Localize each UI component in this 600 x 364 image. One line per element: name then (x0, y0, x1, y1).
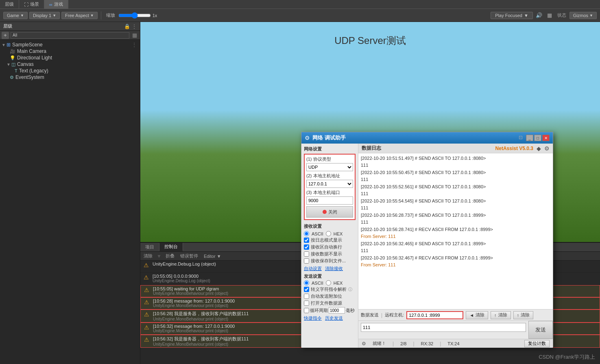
hierarchy-item-canvas[interactable]: ▼ ◫ Canvas (0, 61, 140, 68)
log-data-3: 111 (361, 205, 368, 210)
send-openfile-checkbox[interactable] (304, 301, 309, 306)
net-minimize-button[interactable]: _ (526, 135, 533, 141)
send-loop-value-input[interactable] (329, 307, 345, 314)
aspect-dropdown[interactable]: Free Aspect ▼ (61, 12, 98, 19)
console-sub-3: UnityEngine.MonoBehaviour:print (object) (153, 303, 235, 308)
net-diamond-icon[interactable]: ◆ (537, 145, 541, 152)
hierarchy-item-textlegacy[interactable]: T Text (Legacy) (0, 68, 140, 74)
send-cmdparse-info-icon[interactable]: ⓘ (348, 287, 352, 292)
log-entry-2: [2022-10-20 10:55:52.561] # SEND ASCII T… (361, 183, 550, 197)
net-title-extra-icon[interactable]: ⊡ (519, 135, 523, 141)
net-clear-btn-2[interactable]: ↑ 清除 (491, 311, 511, 319)
samplescene-dots-icon[interactable]: ⋮ (132, 42, 140, 48)
send-cmdparse-checkbox[interactable] (304, 287, 309, 292)
send-cmdparse-row: 转义字符指令解析 ⓘ (304, 286, 356, 292)
gizmos-chevron-icon: ▼ (589, 13, 593, 17)
hierarchy-title: 层级 (3, 23, 12, 29)
tab-game[interactable]: ∞ 游戏 (44, 0, 68, 9)
game-dropdown[interactable]: Game ▼ (3, 12, 28, 19)
recv-ascii-radio[interactable] (304, 231, 309, 236)
recv-hex-radio[interactable] (326, 231, 331, 236)
recv-autonewline-checkbox[interactable] (304, 244, 309, 250)
net-clear-btn-3[interactable]: ↑ 清除 (513, 311, 534, 319)
volume-icon[interactable]: 🔊 (535, 11, 543, 20)
console-main-2: [10:55:05] waiting for UDP dgram (153, 286, 228, 291)
net-clear-btn-1[interactable]: ◄ 清除 (466, 311, 488, 319)
main-layout: 层级 🔒 ⋮ + ▦ ▼ ⊞ SampleScene ⋮ 🎥 Main Came… (0, 22, 600, 364)
send-autoadd-label: 自动发送附加位 (311, 293, 342, 299)
recv-nodisplay-checkbox[interactable] (304, 251, 309, 257)
hierarchy-item-maincamera[interactable]: 🎥 Main Camera (0, 48, 140, 54)
net-clear-arrow-icon-3: ↑ (517, 313, 519, 318)
recv-clearrecv-link[interactable]: 清除接收 (325, 266, 343, 272)
send-ascii-radio[interactable] (304, 280, 309, 286)
net-bottom-area: 数据发送 | 远程主机: ◄ 清除 ↑ 清除 (358, 309, 553, 348)
samplescene-label: SampleScene (12, 42, 43, 48)
net-status-bar: ⚙ 就绪！ | 2/8 | RX:32 | TX:24 复位计数 (358, 339, 553, 348)
watermark-text: CSDN @Frank学习路上 (539, 354, 595, 360)
recv-savefile-checkbox[interactable] (304, 258, 309, 264)
send-hex-radio[interactable] (326, 280, 331, 286)
console-tab-label: 控制台 (164, 244, 178, 249)
recv-autoset-link[interactable]: 自动设置 (304, 266, 322, 272)
display-dropdown[interactable]: Display 1 ▼ (29, 12, 60, 19)
hierarchy-lock-icon[interactable]: 🔒 (124, 24, 130, 29)
hierarchy-search-input[interactable] (11, 32, 129, 39)
game-tab-icon: ∞ (49, 2, 52, 7)
zoom-slider[interactable] (118, 12, 151, 19)
editor-dropdown[interactable]: Editor ▼ (202, 253, 223, 259)
gizmos-dropdown[interactable]: Gizmos ▼ (569, 12, 597, 19)
log-entry-1: [2022-10-20 10:55:50.457] # SEND ASCII T… (361, 169, 550, 183)
textlegacy-icon: T (15, 68, 17, 73)
stats-icon[interactable]: ▦ (545, 11, 554, 20)
pause-on-error-button[interactable]: 错误暂停 (179, 253, 200, 259)
recv-logmode-row: 按日志模式显示 (304, 237, 356, 243)
recv-logmode-checkbox[interactable] (304, 238, 309, 243)
console-main-0: UnityEngine.Debug.Log (object) (153, 262, 216, 266)
send-settings-title: 发送设置 (304, 273, 356, 279)
pause-label: 错误暂停 (180, 253, 198, 258)
send-loop-checkbox[interactable] (304, 308, 309, 313)
net-send-data-input[interactable] (361, 323, 526, 332)
console-sub-5: UnityEngine.MonoBehaviour:print (object) (153, 329, 235, 333)
hierarchy-filter-button[interactable]: ▦ (131, 32, 138, 39)
net-status-icon[interactable]: ⚙ (362, 341, 366, 347)
tab-project[interactable]: 项目 (140, 243, 159, 251)
net-clear-arrow-icon-1: ◄ (469, 313, 474, 318)
hierarchy-item-samplescene[interactable]: ▼ ⊞ SampleScene ⋮ (0, 41, 140, 48)
net-close-button[interactable]: ✕ (542, 135, 550, 141)
send-autoadd-checkbox[interactable] (304, 294, 309, 299)
hierarchy-item-directionallight[interactable]: 💡 Directional Light (0, 54, 140, 61)
tab-console[interactable]: 控制台 (159, 243, 183, 251)
tab-scene[interactable]: ⛶ 场景 (19, 0, 44, 9)
quick-cmd-link[interactable]: 快捷指令 (304, 315, 322, 321)
collapse-button[interactable]: 折叠 (164, 253, 176, 259)
net-remote-host-label: 远程主机: (385, 312, 404, 318)
send-links-row: 快捷指令 历史发送 (304, 315, 356, 321)
local-addr-select[interactable]: 127.0.0.1 (306, 180, 353, 188)
connect-button[interactable]: 关闭 (306, 206, 353, 218)
clear-label: 清除 (144, 253, 153, 258)
net-send-btn-label: 发送 (535, 326, 546, 333)
net-settings-icon[interactable]: ⚙ (544, 145, 550, 152)
hierarchy-item-eventsystem[interactable]: ⚙ EventSystem (0, 74, 140, 81)
play-focused-btn[interactable]: Play Focused ▼ (491, 12, 533, 19)
log-cmd-3: # SEND ASCII TO 127.0.0.1 :8080> (415, 198, 486, 203)
protocol-select[interactable]: UDP (306, 163, 353, 171)
hierarchy-more-icon[interactable]: ⋮ (132, 24, 137, 29)
warn-icon-5: ⚠ (144, 324, 151, 331)
local-port-input[interactable] (306, 196, 353, 205)
console-text-0: UnityEngine.Debug.Log (object) (153, 262, 216, 266)
net-remote-host-input[interactable] (406, 311, 463, 319)
net-pkt-stat: 2/8 (400, 341, 406, 346)
recv-links-row: 自动设置 清除接收 (304, 266, 356, 272)
aspect-chevron-icon: ▼ (90, 13, 94, 17)
net-reset-count-button[interactable]: 复位计数 (524, 340, 550, 347)
net-maximize-button[interactable]: □ (534, 135, 541, 141)
net-send-button[interactable]: 发送 (528, 321, 553, 339)
clear-button[interactable]: 清除 (142, 253, 154, 259)
hierarchy-add-button[interactable]: + (2, 32, 9, 39)
history-send-link[interactable]: 历史发送 (325, 315, 343, 321)
tab-hierarchy[interactable]: 层级 (0, 0, 19, 9)
samplescene-scene-icon: ⊞ (7, 42, 11, 48)
